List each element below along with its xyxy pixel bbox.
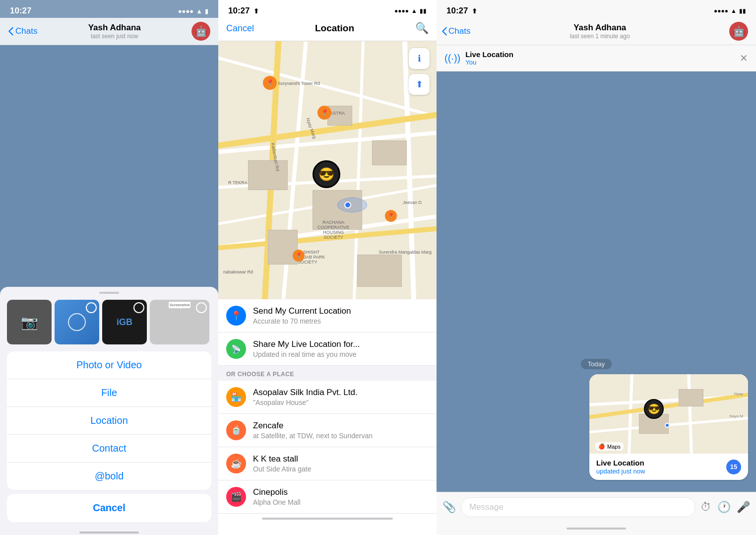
map-background: VASTRA Suryvanshi Tower Rd Jeevan D Sure… xyxy=(218,41,437,299)
signal-icon-2: ●●●● xyxy=(394,7,409,14)
chat-area-3: Today Nyay Naya M 😎 xyxy=(437,71,756,492)
map-marker-1: 📍 xyxy=(263,76,277,90)
place-section-header: OR CHOOSE A PLACE xyxy=(218,366,437,381)
contact-button[interactable]: Contact xyxy=(7,435,211,463)
avatar-1[interactable]: 🤖 xyxy=(191,22,210,41)
status-icons-3: ●●●● ▲ ▮▮ xyxy=(714,7,746,14)
map-marker-3: 📍 xyxy=(385,210,397,222)
map-label-rachana: RACHANACOOPERATIVEHOUSINGSOCIETY xyxy=(317,220,349,240)
location-center-button[interactable]: ⬆ xyxy=(409,74,430,95)
live-location-banner: ((·)) Live Location You ✕ xyxy=(437,45,756,71)
nav-center-1: Yash Adhana last seen just now xyxy=(88,23,141,40)
bubble-block-2 xyxy=(679,389,703,406)
chevron-left-icon-1 xyxy=(8,27,14,36)
send-location-title: Send My Current Location xyxy=(253,306,351,316)
bubble-text: Live Location updated just now xyxy=(596,459,645,475)
selection-circle-2 xyxy=(133,302,144,313)
apple-maps-logo: 🍎 Maps xyxy=(595,442,624,451)
cancel-button-loc[interactable]: Cancel xyxy=(226,23,254,34)
message-input-3[interactable]: Message xyxy=(461,497,695,517)
status-icons-1: ●●●● ▲ ▮ xyxy=(178,7,208,15)
place-cinepolis[interactable]: 🎬 Cinepolis Alpha One Mall xyxy=(218,480,437,514)
camera-thumb[interactable]: 📷 xyxy=(7,300,52,344)
selection-circle-3 xyxy=(196,302,207,313)
date-separator: Today xyxy=(437,359,756,368)
wifi-icon-2: ▲ xyxy=(411,7,417,14)
selection-circle-1 xyxy=(86,302,97,313)
back-label-3: Chats xyxy=(448,26,470,36)
bubble-title: Live Location xyxy=(596,459,645,467)
attach-button-3[interactable]: 📎 xyxy=(442,501,456,514)
location-list: 📍 Send My Current Location Accurate to 7… xyxy=(218,299,437,535)
place-name-zencafe: Zencafe xyxy=(253,421,373,431)
bubble-subtitle: updated just now xyxy=(596,468,645,475)
signal-icon: ●●●● xyxy=(178,7,193,15)
place-kktea[interactable]: ☕ K K tea stall Out Side Atira gate xyxy=(218,447,437,480)
panel-1-chat: 10:27 ●●●● ▲ ▮ Chats Yash Adhana last se… xyxy=(0,0,218,535)
microphone-icon[interactable]: 🎤 xyxy=(737,501,750,514)
place-detail-zencafe: at Satellite, at TDW, next to Sundervan xyxy=(253,432,373,440)
signal-icon-3: ●●●● xyxy=(714,7,728,14)
send-location-subtitle: Accurate to 70 metres xyxy=(253,317,351,325)
home-indicator-3 xyxy=(437,522,756,535)
mention-button[interactable]: @bold xyxy=(7,463,211,490)
location-accuracy-area xyxy=(337,198,367,212)
nav-bar-3: Chats Yash Adhana last seen 1 minute ago… xyxy=(437,18,756,45)
wifi-icon: ▲ xyxy=(196,7,202,15)
block-5 xyxy=(357,255,402,287)
live-loc-sub: You xyxy=(465,59,513,66)
block-4 xyxy=(268,230,298,265)
battery-icon-3: ▮▮ xyxy=(739,7,746,14)
map-area[interactable]: VASTRA Suryvanshi Tower Rd Jeevan D Sure… xyxy=(218,41,437,299)
send-current-location-item[interactable]: 📍 Send My Current Location Accurate to 7… xyxy=(218,299,437,333)
close-banner-button[interactable]: ✕ xyxy=(740,52,748,64)
media-thumb-3[interactable]: Screenshot xyxy=(150,300,209,344)
bubble-map: Nyay Naya M 😎 🍎 Maps xyxy=(589,374,748,454)
live-location-message-bubble[interactable]: Nyay Naya M 😎 🍎 Maps Live Location updat… xyxy=(589,374,748,480)
search-button-loc[interactable]: 🔍 xyxy=(415,22,429,35)
battery-icon: ▮ xyxy=(205,7,208,15)
file-button[interactable]: File xyxy=(7,379,211,407)
place-asopalav[interactable]: 🏪 Asopalav Silk India Pvt. Ltd. "Asopala… xyxy=(218,381,437,414)
avatar-3[interactable]: 🤖 xyxy=(729,22,748,41)
contact-name-1: Yash Adhana xyxy=(88,23,141,33)
info-button[interactable]: ℹ xyxy=(409,48,430,69)
status-icons-2: ●●●● ▲ ▮▮ xyxy=(394,7,427,14)
live-loc-antenna-icon: ((·)) xyxy=(444,52,460,65)
photo-video-button[interactable]: Photo or Video xyxy=(7,351,211,379)
location-button[interactable]: Location xyxy=(7,407,211,435)
map-label-nabaleswar: nabaleswar Rd xyxy=(223,269,253,274)
live-location-icon: 📡 xyxy=(226,339,246,359)
thumb-circle xyxy=(68,313,86,331)
share-live-subtitle: Updated in real time as you move xyxy=(253,350,360,358)
media-thumb-2[interactable]: iGB xyxy=(102,300,147,344)
bubble-label-nyay: Nyay xyxy=(734,392,743,396)
bubble-user-avatar: 😎 xyxy=(644,399,664,419)
place-icon-cinepolis: 🎬 xyxy=(226,487,246,507)
back-button-3[interactable]: Chats xyxy=(441,26,470,36)
location-arrow-icon-3: ⬆ xyxy=(472,7,477,15)
input-action-icons: ⏱ 🕐 🎤 xyxy=(700,501,750,514)
place-text-cinepolis: Cinepolis Alpha One Mall xyxy=(253,487,301,506)
input-bar-3: 📎 Message ⏱ 🕐 🎤 xyxy=(437,492,756,522)
clock-icon[interactable]: 🕐 xyxy=(717,501,731,514)
home-indicator-1 xyxy=(0,532,218,535)
panel-2-location: 10:27 ⬆ ●●●● ▲ ▮▮ Cancel Location 🔍 xyxy=(218,0,437,535)
share-live-location-item[interactable]: 📡 Share My Live Location for... Updated … xyxy=(218,333,437,366)
place-zencafe[interactable]: 🍵 Zencafe at Satellite, at TDW, next to … xyxy=(218,414,437,447)
sheet-cancel-button[interactable]: Cancel xyxy=(7,494,211,522)
nav-bar-1: Chats Yash Adhana last seen just now 🤖 xyxy=(0,18,218,45)
share-live-title: Share My Live Location for... xyxy=(253,339,360,349)
nav-center-3: Yash Adhana last seen 1 minute ago xyxy=(470,23,729,40)
home-bar xyxy=(79,532,139,534)
share-live-text: Share My Live Location for... Updated in… xyxy=(253,339,360,358)
back-button-1[interactable]: Chats xyxy=(8,26,37,36)
bubble-blue-dot xyxy=(665,423,670,428)
map-label-jeevan: Jeevan D xyxy=(403,200,422,205)
accuracy-circle xyxy=(337,198,367,212)
attachment-sheet: 📷 iGB Screenshot xyxy=(0,287,218,535)
timer-icon[interactable]: ⏱ xyxy=(700,501,711,514)
media-thumb-1[interactable] xyxy=(55,300,99,344)
maps-label: Maps xyxy=(607,444,621,450)
last-seen-3: last seen 1 minute ago xyxy=(470,33,729,40)
